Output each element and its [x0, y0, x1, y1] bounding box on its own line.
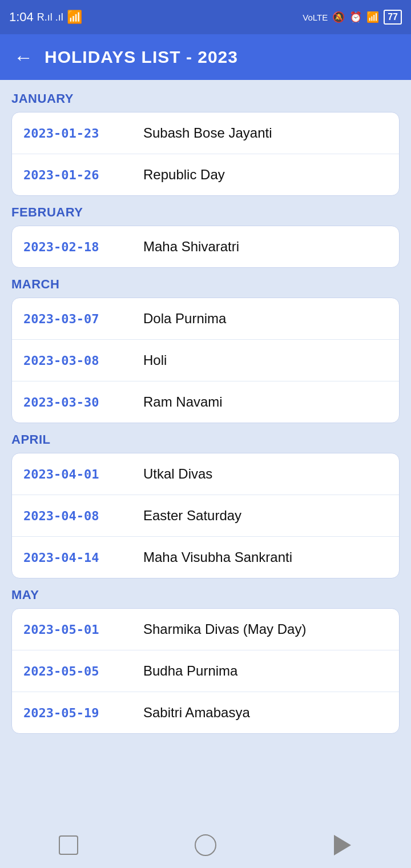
- wifi-icon: 📶: [67, 10, 82, 25]
- holiday-group-may: 2023-05-01Sharmika Divas (May Day)2023-0…: [11, 608, 400, 734]
- signal-icon: R.ıl .ıl: [37, 11, 63, 23]
- holiday-name: Dola Purnima: [143, 311, 226, 327]
- holiday-group-april: 2023-04-01Utkal Divas2023-04-08Easter Sa…: [11, 453, 400, 578]
- holiday-date: 2023-03-07: [23, 312, 138, 326]
- holiday-date: 2023-01-23: [23, 126, 138, 140]
- holiday-name: Subash Bose Jayanti: [143, 125, 272, 141]
- month-section-may: MAY2023-05-01Sharmika Divas (May Day)202…: [11, 588, 400, 734]
- holiday-row[interactable]: 2023-03-07Dola Purnima: [12, 298, 399, 340]
- holiday-date: 2023-03-08: [23, 353, 138, 368]
- holiday-date: 2023-01-26: [23, 168, 138, 182]
- mute-icon: 🔕: [332, 11, 345, 23]
- home-icon: [195, 834, 216, 856]
- month-section-february: FEBRUARY2023-02-18Maha Shivaratri: [11, 205, 400, 268]
- status-bar: 1:04 R.ıl .ıl 📶 VoLTE 🔕 ⏰ 📶 77: [0, 0, 411, 34]
- navigation-bar: [0, 822, 411, 868]
- month-label-march: MARCH: [11, 277, 400, 292]
- holiday-group-february: 2023-02-18Maha Shivaratri: [11, 226, 400, 268]
- holiday-row[interactable]: 2023-03-30Ram Navami: [12, 381, 399, 423]
- holiday-group-january: 2023-01-23Subash Bose Jayanti2023-01-26R…: [11, 112, 400, 196]
- holiday-name: Easter Saturday: [143, 508, 241, 524]
- holiday-date: 2023-04-01: [23, 467, 138, 481]
- month-label-may: MAY: [11, 588, 400, 602]
- holiday-date: 2023-02-18: [23, 240, 138, 254]
- status-left: 1:04 R.ıl .ıl 📶: [9, 10, 82, 25]
- holiday-row[interactable]: 2023-03-08Holi: [12, 340, 399, 381]
- holiday-row[interactable]: 2023-01-26Republic Day: [12, 154, 399, 195]
- month-label-april: APRIL: [11, 432, 400, 447]
- holiday-name: Republic Day: [143, 167, 225, 183]
- holiday-date: 2023-05-19: [23, 706, 138, 720]
- holiday-row[interactable]: 2023-01-23Subash Bose Jayanti: [12, 112, 399, 154]
- holiday-row[interactable]: 2023-05-19Sabitri Amabasya: [12, 692, 399, 733]
- holiday-name: Maha Shivaratri: [143, 239, 239, 255]
- status-right: VoLTE 🔕 ⏰ 📶 77: [303, 10, 402, 25]
- battery-indicator: 77: [384, 10, 402, 25]
- holiday-date: 2023-04-14: [23, 550, 138, 565]
- holiday-name: Sabitri Amabasya: [143, 705, 250, 721]
- month-label-january: JANUARY: [11, 91, 400, 106]
- nav-back-button[interactable]: [330, 833, 355, 858]
- month-section-april: APRIL2023-04-01Utkal Divas2023-04-08East…: [11, 432, 400, 578]
- holiday-name: Maha Visubha Sankranti: [143, 549, 292, 565]
- holiday-row[interactable]: 2023-04-08Easter Saturday: [12, 495, 399, 537]
- back-button[interactable]: ←: [14, 46, 33, 69]
- holiday-date: 2023-04-08: [23, 509, 138, 523]
- holiday-date: 2023-03-30: [23, 395, 138, 409]
- month-section-january: JANUARY2023-01-23Subash Bose Jayanti2023…: [11, 91, 400, 196]
- holiday-date: 2023-05-01: [23, 622, 138, 637]
- holiday-name: Ram Navami: [143, 394, 223, 410]
- status-time: 1:04: [9, 10, 34, 25]
- holiday-name: Utkal Divas: [143, 466, 212, 482]
- holiday-row[interactable]: 2023-04-14Maha Visubha Sankranti: [12, 537, 399, 578]
- bluetooth-icon: 📶: [366, 11, 379, 23]
- holiday-row[interactable]: 2023-04-01Utkal Divas: [12, 453, 399, 495]
- holiday-row[interactable]: 2023-02-18Maha Shivaratri: [12, 226, 399, 267]
- holiday-name: Budha Purnima: [143, 663, 237, 679]
- nav-recents-button[interactable]: [56, 833, 81, 858]
- back-icon: [334, 835, 351, 855]
- alarm-icon: ⏰: [349, 11, 362, 23]
- recents-icon: [59, 835, 78, 855]
- month-label-february: FEBRUARY: [11, 205, 400, 220]
- holiday-name: Holi: [143, 352, 167, 368]
- holiday-group-march: 2023-03-07Dola Purnima2023-03-08Holi2023…: [11, 298, 400, 423]
- holiday-row[interactable]: 2023-05-01Sharmika Divas (May Day): [12, 609, 399, 650]
- holiday-row[interactable]: 2023-05-05Budha Purnima: [12, 650, 399, 692]
- header: ← HOLIDAYS LIST - 2023: [0, 34, 411, 80]
- holiday-name: Sharmika Divas (May Day): [143, 621, 306, 637]
- holiday-date: 2023-05-05: [23, 664, 138, 678]
- month-section-march: MARCH2023-03-07Dola Purnima2023-03-08Hol…: [11, 277, 400, 423]
- page-title: HOLIDAYS LIST - 2023: [45, 47, 238, 67]
- volte-icon: VoLTE: [303, 13, 328, 22]
- nav-home-button[interactable]: [193, 833, 218, 858]
- content-area: JANUARY2023-01-23Subash Bose Jayanti2023…: [0, 80, 411, 766]
